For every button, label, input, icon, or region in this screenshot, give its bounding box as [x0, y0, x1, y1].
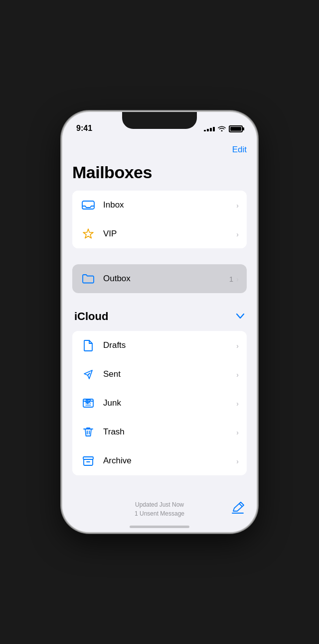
drafts-icon: [80, 337, 96, 353]
trash-chevron: ›: [236, 428, 239, 436]
archive-icon: [80, 453, 96, 469]
status-time: 9:41: [76, 124, 92, 133]
bottom-bar: Updated Just Now 1 Unsent Message: [62, 500, 257, 518]
vip-row[interactable]: VIP ›: [72, 219, 247, 248]
drafts-chevron: ›: [236, 341, 239, 350]
icloud-section: Drafts › Sent ›: [72, 331, 247, 475]
inbox-chevron: ›: [236, 201, 239, 210]
trash-label: Trash: [103, 427, 236, 437]
outbox-badge: 1: [229, 275, 233, 283]
sent-icon: [80, 366, 96, 382]
sent-label: Sent: [103, 369, 236, 379]
inbox-row[interactable]: Inbox ›: [72, 191, 247, 219]
footer-status: Updated Just Now 1 Unsent Message: [135, 500, 184, 518]
drafts-label: Drafts: [103, 340, 236, 350]
junk-icon: [80, 395, 96, 411]
main-content: Edit Mailboxes Inbox ›: [62, 137, 257, 532]
outbox-row[interactable]: Outbox 1 ›: [72, 264, 247, 293]
vip-chevron: ›: [236, 230, 239, 238]
wifi-icon: [218, 125, 226, 133]
sent-chevron: ›: [236, 370, 239, 379]
sent-row[interactable]: Sent ›: [72, 360, 247, 389]
junk-row[interactable]: Junk ›: [72, 389, 247, 418]
junk-chevron: ›: [236, 399, 239, 408]
archive-row[interactable]: Archive ›: [72, 446, 247, 475]
folder-icon: [80, 271, 96, 287]
drafts-row[interactable]: Drafts ›: [72, 331, 247, 360]
footer-status-line1: Updated Just Now: [135, 500, 184, 509]
phone-frame: 9:41 Edit Mailboxes: [62, 112, 257, 532]
notch: [122, 112, 197, 129]
outbox-chevron: ›: [236, 275, 239, 283]
outbox-section: Outbox 1 ›: [72, 264, 247, 293]
star-icon: [80, 226, 96, 242]
home-indicator: [130, 526, 189, 528]
inbox-icon: [80, 197, 96, 213]
vip-label: VIP: [103, 229, 236, 239]
trash-icon: [80, 424, 96, 440]
signal-icon: [204, 127, 215, 131]
trash-row[interactable]: Trash ›: [72, 418, 247, 446]
archive-label: Archive: [103, 456, 236, 466]
archive-chevron: ›: [236, 457, 239, 465]
footer-status-line2: 1 Unsent Message: [135, 509, 184, 518]
junk-label: Junk: [103, 398, 236, 408]
icloud-header[interactable]: iCloud: [72, 306, 247, 327]
status-icons: [204, 125, 243, 133]
outbox-label: Outbox: [103, 274, 229, 284]
icloud-chevron-down-icon: [236, 313, 245, 321]
page-title: Mailboxes: [72, 163, 152, 182]
battery-icon: [229, 125, 243, 132]
edit-button[interactable]: Edit: [232, 145, 247, 155]
top-section: Inbox › VIP ›: [72, 191, 247, 248]
icloud-label: iCloud: [74, 310, 108, 323]
inbox-label: Inbox: [103, 200, 236, 210]
compose-button[interactable]: [231, 501, 245, 518]
